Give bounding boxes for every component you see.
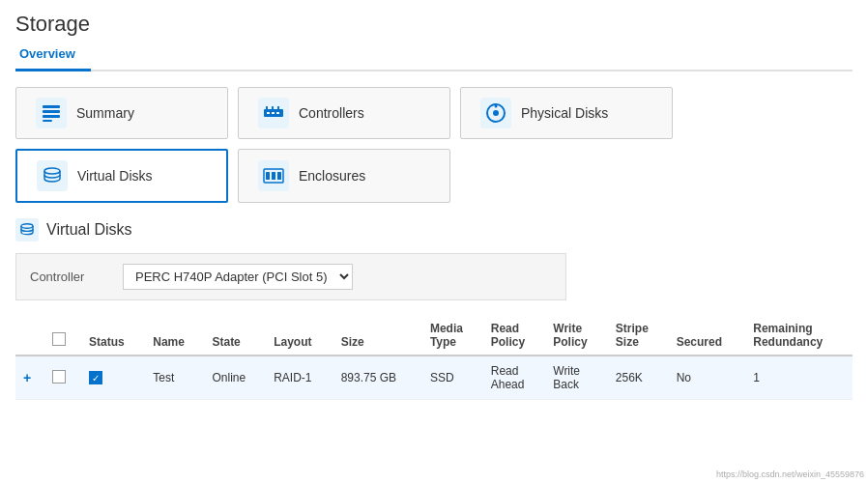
row-status-cell: ✓ bbox=[81, 355, 145, 400]
row-write-policy-cell: WriteBack bbox=[545, 355, 608, 400]
nav-cards: Summary Controllers Physical Disks bbox=[0, 71, 868, 211]
svg-rect-0 bbox=[43, 105, 60, 108]
section-title: Virtual Disks bbox=[15, 218, 853, 242]
svg-rect-3 bbox=[43, 120, 52, 122]
col-layout: Layout bbox=[266, 316, 333, 355]
col-remaining-redundancy: RemainingRedundancy bbox=[745, 316, 853, 355]
svg-rect-9 bbox=[272, 106, 274, 109]
row-checkbox-cell bbox=[44, 355, 81, 400]
col-read-policy: ReadPolicy bbox=[483, 316, 546, 355]
col-name: Name bbox=[145, 316, 204, 355]
row-stripe-size-cell: 256K bbox=[608, 355, 669, 400]
col-status: Status bbox=[81, 316, 145, 355]
nav-card-controllers-label: Controllers bbox=[299, 105, 364, 121]
page-title: Storage bbox=[15, 12, 853, 37]
page-header: Storage Overview bbox=[0, 0, 868, 71]
controller-select[interactable]: PERC H740P Adapter (PCI Slot 5) bbox=[123, 264, 353, 290]
col-checkbox bbox=[44, 316, 81, 355]
row-size-cell: 893.75 GB bbox=[333, 355, 422, 400]
row-layout-cell: RAID-1 bbox=[266, 355, 333, 400]
svg-rect-1 bbox=[43, 110, 60, 113]
nav-card-controllers[interactable]: Controllers bbox=[238, 87, 450, 139]
nav-card-physical-disks[interactable]: Physical Disks bbox=[460, 87, 673, 139]
row-checkbox[interactable] bbox=[52, 370, 66, 384]
col-stripe-size: StripeSize bbox=[608, 316, 669, 355]
nav-card-physical-disks-label: Physical Disks bbox=[521, 105, 608, 121]
row-remaining-redundancy-cell: 1 bbox=[745, 355, 853, 400]
svg-rect-17 bbox=[272, 172, 275, 180]
virtual-disks-section: Virtual Disks Controller PERC H740P Adap… bbox=[0, 211, 868, 400]
tab-overview[interactable]: Overview bbox=[15, 41, 91, 71]
svg-point-19 bbox=[21, 224, 33, 228]
nav-card-enclosures-label: Enclosures bbox=[299, 168, 365, 184]
col-write-policy: WritePolicy bbox=[545, 316, 608, 355]
nav-card-virtual-disks-label: Virtual Disks bbox=[77, 168, 153, 184]
controller-label: Controller bbox=[30, 270, 107, 284]
nav-card-virtual-disks[interactable]: Virtual Disks bbox=[15, 149, 228, 203]
nav-card-summary-label: Summary bbox=[76, 105, 134, 121]
svg-point-14 bbox=[44, 168, 60, 174]
table-row: + ✓ Test Online RAID-1 893.75 GB SSD Rea… bbox=[15, 355, 853, 400]
section-title-icon bbox=[15, 218, 39, 242]
nav-card-summary[interactable]: Summary bbox=[15, 87, 228, 139]
col-expand bbox=[15, 316, 44, 355]
svg-rect-16 bbox=[266, 172, 270, 180]
svg-point-13 bbox=[495, 105, 498, 108]
row-status-icon: ✓ bbox=[89, 371, 102, 384]
svg-point-12 bbox=[493, 110, 499, 116]
svg-rect-7 bbox=[276, 112, 279, 114]
physical-disks-icon bbox=[480, 98, 511, 128]
svg-rect-10 bbox=[277, 106, 279, 109]
nav-card-enclosures[interactable]: Enclosures bbox=[238, 149, 450, 203]
col-state: State bbox=[204, 316, 266, 355]
row-name-cell: Test bbox=[145, 355, 204, 400]
svg-rect-5 bbox=[267, 112, 270, 114]
controller-row: Controller PERC H740P Adapter (PCI Slot … bbox=[15, 253, 566, 300]
watermark: https://blog.csdn.net/weixin_45559876 bbox=[716, 469, 864, 479]
col-media-type: MediaType bbox=[422, 316, 483, 355]
row-media-type-cell: SSD bbox=[422, 355, 483, 400]
virtual-disks-table: Status Name State Layout Size MediaType … bbox=[15, 316, 853, 400]
summary-icon bbox=[36, 98, 67, 128]
virtual-disks-icon bbox=[37, 160, 68, 191]
row-read-policy-cell: ReadAhead bbox=[483, 355, 546, 400]
tabs-bar: Overview bbox=[15, 41, 853, 71]
controllers-icon bbox=[258, 98, 289, 128]
row-state-cell: Online bbox=[204, 355, 266, 400]
header-checkbox[interactable] bbox=[52, 332, 66, 346]
col-size: Size bbox=[333, 316, 422, 355]
svg-rect-6 bbox=[272, 112, 275, 114]
row-expand-button[interactable]: + bbox=[23, 370, 31, 385]
svg-rect-2 bbox=[43, 115, 60, 118]
col-secured: Secured bbox=[669, 316, 746, 355]
svg-rect-18 bbox=[277, 172, 281, 180]
section-title-text: Virtual Disks bbox=[46, 221, 132, 239]
enclosures-icon bbox=[258, 160, 289, 191]
row-expand-cell: + bbox=[15, 355, 44, 400]
svg-rect-8 bbox=[266, 106, 268, 109]
row-secured-cell: No bbox=[669, 355, 746, 400]
